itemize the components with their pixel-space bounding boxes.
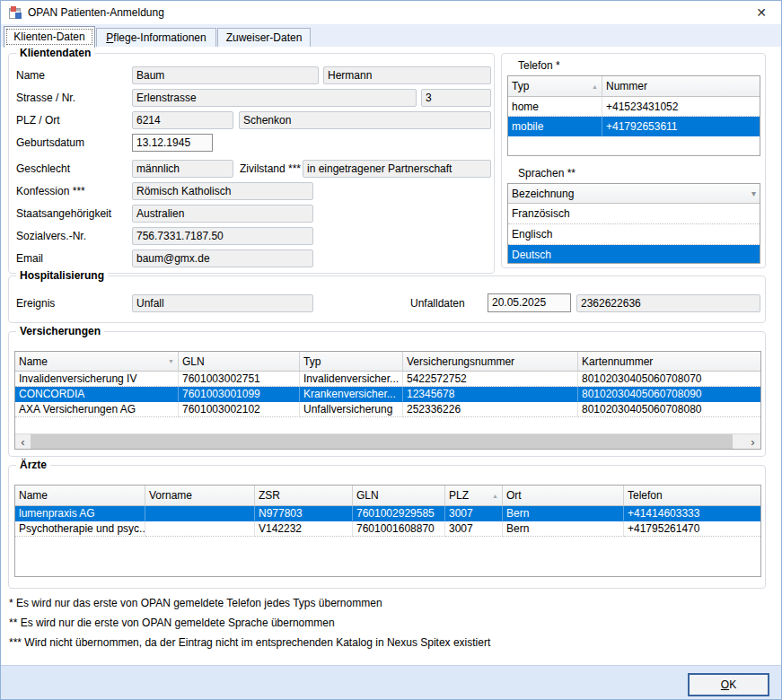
scroll-right-icon[interactable]: ›: [745, 434, 760, 449]
field-unfallnummer[interactable]: 2362622636: [576, 294, 760, 312]
sprache-row-deutsch[interactable]: Deutsch: [508, 245, 760, 264]
sprache-row-englisch[interactable]: Englisch: [508, 224, 760, 245]
label-telefon: Telefon *: [518, 59, 560, 72]
field-hausnr[interactable]: 3: [421, 89, 491, 107]
column-label: Typ: [303, 355, 321, 368]
tab-label: Klienten-Daten: [13, 31, 84, 43]
app-icon: [8, 5, 22, 20]
vers-col-name[interactable]: Name▼: [15, 352, 179, 371]
tab-pflege-informationen[interactable]: Pflege-Informationen: [96, 28, 216, 47]
column-label: GLN: [356, 489, 379, 502]
label-plz-ort: PLZ / Ort: [16, 114, 60, 127]
dropdown-icon: ▾: [751, 189, 756, 198]
column-label: GLN: [182, 355, 205, 368]
group-klientendaten: Klientendaten Name Baum Hermann Strasse …: [8, 53, 495, 274]
label-zivilstand: Zivilstand ***: [240, 162, 301, 175]
aerzte-col-vorname[interactable]: Vorname: [145, 486, 255, 505]
aerzte-col-zsr[interactable]: ZSR: [255, 486, 353, 505]
vers-col-typ[interactable]: Typ: [300, 352, 403, 371]
vers-row-concordia[interactable]: CONCORDIA 7601003001099 Krankenversicher…: [15, 387, 760, 402]
label-geburtsdatum: Geburtsdatum: [16, 136, 84, 149]
dialog-window: OPAN Patienten-Anmeldung ✕ Klienten-Date…: [0, 0, 782, 700]
title-bar: OPAN Patienten-Anmeldung ✕: [1, 1, 781, 24]
aerzte-row-lumenpraxis[interactable]: lumenpraxis AG N977803 7601002929585 300…: [15, 506, 760, 521]
tab-label: Zuweiser-Daten: [226, 31, 303, 44]
horizontal-scrollbar: ‹ ›: [15, 433, 760, 449]
group-versicherungen-title: Versicherungen: [16, 325, 104, 338]
aerzte-row-psychotherapie[interactable]: Psychotherapie und psyc... V142232 76010…: [15, 521, 760, 537]
vers-row-invalidenversicherung[interactable]: Invalidenversicherung IV 7601003002751 I…: [15, 372, 760, 387]
label-sprachen: Sprachen **: [518, 167, 576, 179]
vers-col-kartennummer[interactable]: Kartennummer: [578, 352, 760, 371]
tab-klienten-daten[interactable]: Klienten-Daten: [4, 26, 95, 48]
group-hospitalisierung-title: Hospitalisierung: [16, 269, 108, 283]
field-geschlecht[interactable]: männlich: [132, 160, 233, 178]
tab-strip: Klienten-Daten Pflege-Informationen Zuwe…: [1, 24, 781, 48]
sprachen-col-bezeichnung[interactable]: Bezeichnung▾: [508, 184, 760, 203]
group-telefon-sprachen: Telefon * Typ▲ Nummer home +41523431052 …: [501, 53, 766, 268]
column-label: Bezeichnung: [512, 188, 574, 200]
group-aerzte: Ärzte Name Vorname ZSR GLN PLZ▲ Ort Tele…: [8, 465, 766, 589]
ok-button[interactable]: OK: [688, 673, 769, 696]
sort-asc-icon: ▲: [589, 83, 598, 90]
scroll-left-icon[interactable]: ‹: [15, 434, 31, 449]
column-label: ZSR: [259, 489, 280, 502]
vers-col-versicherungsnummer[interactable]: Versicherungsnummer: [403, 352, 578, 371]
column-label: Vorname: [149, 489, 192, 502]
label-staatsangehoerigkeit: Staatsangehörigkeit: [16, 207, 111, 220]
column-label: Typ: [512, 80, 529, 92]
field-konfession[interactable]: Römisch Katholisch: [132, 182, 313, 200]
field-unfalldatum[interactable]: 20.05.2025: [488, 293, 571, 312]
telefon-table: Typ▲ Nummer home +41523431052 mobile +41…: [507, 75, 760, 156]
telefon-row-home[interactable]: home +41523431052: [508, 97, 760, 117]
label-strasse: Strasse / Nr.: [16, 92, 75, 104]
field-ereignis[interactable]: Unfall: [132, 294, 313, 312]
field-zivilstand[interactable]: in eingetragener Partnerschaft: [303, 160, 491, 178]
field-strasse[interactable]: Erlenstrasse: [132, 89, 417, 107]
versicherungen-table: Name▼ GLN Typ Versicherungsnummer Karten…: [14, 351, 761, 450]
telefon-col-typ[interactable]: Typ▲: [508, 76, 602, 96]
label-name: Name: [16, 69, 45, 82]
aerzte-col-gln[interactable]: GLN: [353, 486, 445, 505]
field-geburtsdatum[interactable]: 13.12.1945: [132, 134, 213, 152]
label-konfession: Konfession ***: [16, 185, 85, 197]
field-nachname[interactable]: Baum: [132, 66, 319, 84]
button-bar: OK: [1, 665, 781, 700]
label-email: Email: [16, 252, 43, 265]
sprachen-list: Bezeichnung▾ Französisch Englisch Deutsc…: [507, 183, 760, 264]
field-email[interactable]: baum@gmx.de: [132, 249, 313, 267]
scrollbar-track[interactable]: [31, 434, 745, 449]
vers-col-gln[interactable]: GLN: [179, 352, 300, 371]
field-vorname[interactable]: Hermann: [323, 66, 491, 84]
tab-zuweiser-daten[interactable]: Zuweiser-Daten: [217, 28, 311, 47]
label-sozialvers-nr: Sozialvers.-Nr.: [16, 230, 86, 242]
aerzte-col-name[interactable]: Name: [15, 486, 145, 505]
footnote-telefon: * Es wird nur das erste von OPAN gemelde…: [9, 597, 382, 609]
column-label: Nummer: [606, 80, 647, 92]
column-label: Versicherungsnummer: [407, 355, 514, 368]
column-label: Name: [19, 355, 48, 368]
column-label: PLZ: [449, 489, 469, 502]
column-label: Ort: [506, 489, 522, 502]
field-ort[interactable]: Schenkon: [239, 111, 491, 129]
ok-label: K: [729, 678, 736, 691]
close-icon[interactable]: ✕: [753, 4, 769, 21]
sprache-row-franzoesisch[interactable]: Französisch: [508, 204, 760, 224]
group-versicherungen: Versicherungen Name▼ GLN Typ Versicherun…: [8, 331, 766, 457]
aerzte-table: Name Vorname ZSR GLN PLZ▲ Ort Telefon lu…: [14, 485, 761, 577]
aerzte-col-ort[interactable]: Ort: [503, 486, 624, 505]
field-staatsangehoerigkeit[interactable]: Australien: [132, 205, 313, 223]
label-geschlecht: Geschlecht: [16, 162, 70, 175]
field-sozialvers-nr[interactable]: 756.7331.7187.50: [132, 227, 313, 245]
window-title: OPAN Patienten-Anmeldung: [28, 6, 164, 19]
aerzte-col-telefon[interactable]: Telefon: [624, 486, 760, 505]
aerzte-col-plz[interactable]: PLZ▲: [445, 486, 503, 505]
group-aerzte-title: Ärzte: [16, 459, 50, 472]
field-plz[interactable]: 6214: [132, 111, 233, 129]
telefon-row-mobile[interactable]: mobile +41792653611: [508, 117, 760, 136]
column-label: Name: [19, 489, 48, 502]
vers-row-axa[interactable]: AXA Versicherungen AG 7601003002102 Unfa…: [15, 402, 760, 417]
scrollbar-thumb[interactable]: [31, 434, 733, 449]
telefon-col-nummer[interactable]: Nummer: [602, 76, 760, 96]
sort-asc-icon: ▲: [489, 493, 498, 499]
